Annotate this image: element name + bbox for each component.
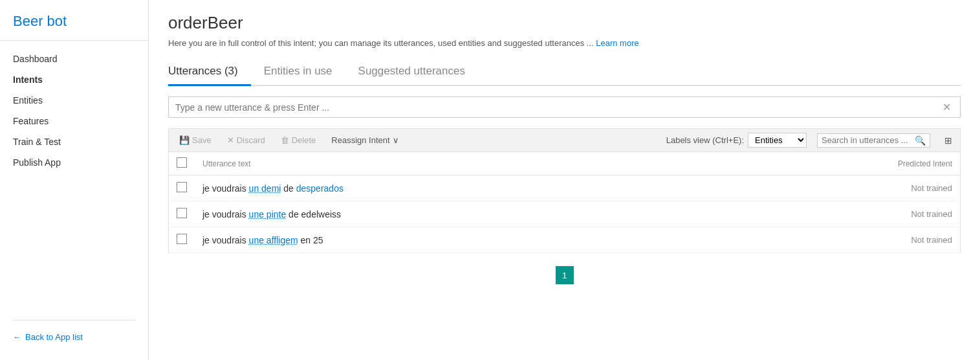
- labels-view: Labels view (Ctrl+E): Entities: [666, 133, 807, 148]
- discard-label: Discard: [237, 135, 265, 145]
- tab-suggested-utterances[interactable]: Suggested utterances: [358, 60, 478, 86]
- sidebar-item-intents[interactable]: Intents: [0, 69, 148, 90]
- sidebar-nav: Dashboard Intents Entities Features Trai…: [0, 49, 148, 313]
- delete-label: Delete: [292, 135, 316, 145]
- reassign-intent-button[interactable]: Reassign Intent ∨: [329, 134, 401, 146]
- delete-button[interactable]: 🗑 Delete: [278, 134, 319, 146]
- utterance-text-cell: je voudrais une pinte de edelweiss: [195, 201, 723, 227]
- back-to-app-list[interactable]: ← Back to App list: [0, 327, 148, 347]
- labels-select[interactable]: Entities: [748, 133, 807, 148]
- sidebar: Beer bot Dashboard Intents Entities Feat…: [0, 0, 149, 360]
- toolbar: 💾 Save ✕ Discard 🗑 Delete Reassign Inten…: [168, 128, 961, 152]
- tab-entities-in-use[interactable]: Entities in use: [264, 60, 345, 86]
- search-utterances-wrapper: 🔍: [817, 133, 930, 148]
- sidebar-item-dashboard[interactable]: Dashboard: [0, 49, 148, 69]
- save-icon: 💾: [179, 135, 190, 145]
- save-button[interactable]: 💾 Save: [177, 134, 214, 146]
- chevron-down-icon: ∨: [393, 135, 399, 145]
- utterance-text-cell: je voudrais un demi de desperados: [195, 175, 723, 201]
- utterances-table: Utterance text Predicted Intent je voudr…: [168, 152, 961, 253]
- utterance-part-plain: je voudrais: [202, 235, 249, 245]
- pagination: 1: [168, 266, 961, 284]
- arrow-left-icon: ←: [13, 332, 21, 342]
- utterance-text-cell: je voudrais une affligem en 25: [195, 227, 723, 253]
- page-description: Here you are in full control of this int…: [168, 38, 961, 48]
- sidebar-item-features[interactable]: Features: [0, 111, 148, 131]
- tabs: Utterances (3) Entities in use Suggested…: [168, 60, 961, 86]
- save-label: Save: [192, 135, 212, 145]
- close-icon[interactable]: ✕: [940, 101, 953, 113]
- utterance-part-entity: une affligem: [249, 235, 298, 245]
- delete-icon: 🗑: [281, 135, 289, 145]
- back-label: Back to App list: [25, 332, 83, 342]
- row-checkbox[interactable]: [177, 234, 187, 244]
- sidebar-item-entities[interactable]: Entities: [0, 90, 148, 111]
- labels-view-label: Labels view (Ctrl+E):: [666, 135, 744, 145]
- search-utterances-input[interactable]: [822, 135, 912, 145]
- search-icon: 🔍: [915, 135, 926, 146]
- predicted-intent-cell: Not trained: [723, 201, 961, 227]
- discard-button[interactable]: ✕ Discard: [224, 134, 268, 146]
- utterance-part-entity: un demi: [249, 183, 281, 194]
- utterance-input[interactable]: [175, 102, 940, 113]
- row-checkbox[interactable]: [177, 182, 187, 192]
- col-predicted-intent: Predicted Intent: [723, 152, 961, 175]
- description-text: Here you are in full control of this int…: [168, 38, 594, 48]
- utterance-part-plain: de edelweiss: [286, 209, 341, 219]
- discard-icon: ✕: [227, 135, 234, 145]
- utterance-part-entity: une pinte: [249, 209, 287, 219]
- utterance-part-plain: je voudrais: [202, 183, 249, 194]
- table-row: je voudrais un demi de desperadosNot tra…: [169, 175, 961, 201]
- page-title: orderBeer: [168, 13, 961, 33]
- page-1-button[interactable]: 1: [556, 266, 574, 284]
- predicted-intent-cell: Not trained: [723, 175, 961, 201]
- col-utterance-text: Utterance text: [195, 152, 723, 175]
- row-checkbox[interactable]: [177, 208, 187, 218]
- sidebar-item-publish-app[interactable]: Publish App: [0, 152, 148, 173]
- table-row: je voudrais une affligem en 25Not traine…: [169, 227, 961, 253]
- sidebar-divider: [13, 320, 135, 321]
- app-title: Beer bot: [0, 13, 148, 41]
- table-row: je voudrais une pinte de edelweissNot tr…: [169, 201, 961, 227]
- utterance-part-plain: de: [281, 183, 296, 194]
- filter-icon[interactable]: ⊞: [944, 135, 952, 146]
- utterance-part-plain: je voudrais: [202, 209, 249, 219]
- main-content: orderBeer Here you are in full control o…: [149, 0, 980, 360]
- utterance-input-wrapper: ✕: [168, 96, 961, 118]
- utterance-part-link: desperados: [296, 183, 343, 194]
- sidebar-item-train-test[interactable]: Train & Test: [0, 131, 148, 152]
- tab-utterances[interactable]: Utterances (3): [168, 60, 251, 86]
- utterance-part-plain: en 25: [298, 235, 323, 245]
- learn-more-link[interactable]: Learn more: [596, 38, 638, 48]
- select-all-checkbox[interactable]: [177, 157, 187, 168]
- reassign-label: Reassign Intent: [331, 135, 389, 145]
- predicted-intent-cell: Not trained: [723, 227, 961, 253]
